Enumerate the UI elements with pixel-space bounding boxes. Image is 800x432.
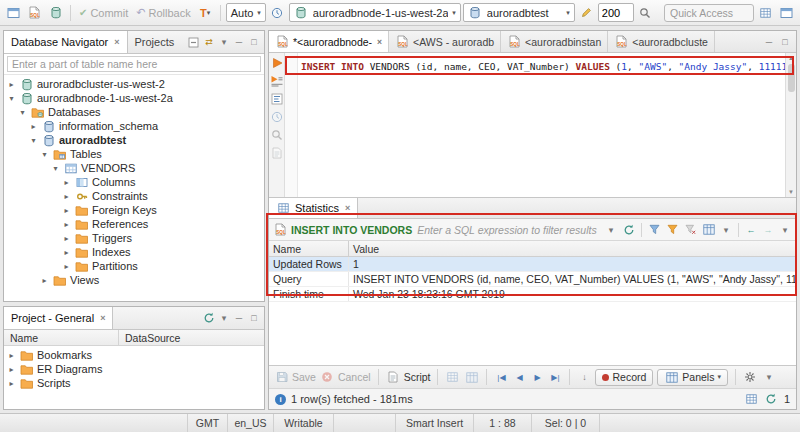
record-button[interactable]: Record	[595, 369, 653, 386]
close-icon[interactable]: ×	[345, 203, 350, 213]
tree-item-triggers[interactable]: ▸Triggers	[4, 231, 264, 245]
close-icon[interactable]: ×	[114, 37, 119, 47]
close-icon[interactable]: ×	[100, 313, 105, 323]
status-timezone[interactable]: GMT	[188, 414, 228, 432]
tree-item-columns[interactable]: ▸Columns	[4, 175, 264, 189]
editor-scrollbar[interactable]: ▲ ▼	[785, 53, 796, 197]
open-perspective-icon[interactable]	[756, 3, 775, 22]
chevron-down-icon[interactable]: ▾	[719, 225, 733, 235]
tab-projects[interactable]: Projects	[128, 31, 182, 53]
transaction-menu-icon[interactable]: T▾	[196, 3, 215, 22]
output-log-icon[interactable]	[269, 146, 284, 160]
database-combo[interactable]: auroradbtest▾	[463, 3, 575, 22]
expand-arrow-icon[interactable]: ▸	[7, 379, 16, 388]
expand-arrow-icon[interactable]: ▸	[62, 262, 71, 271]
grid-view-icon[interactable]	[445, 370, 460, 384]
status-cursor-position[interactable]: 1 : 88	[474, 414, 532, 432]
scrollbar-thumb[interactable]	[788, 64, 795, 92]
collapse-arrow-icon[interactable]: ▾	[29, 136, 38, 145]
quick-access-input[interactable]	[664, 4, 754, 22]
editor-tab[interactable]: SQL<AWS - auroradb	[389, 31, 501, 52]
expand-arrow-icon[interactable]: ▸	[29, 122, 38, 131]
record-view-icon[interactable]	[464, 370, 479, 384]
close-icon[interactable]: ×	[377, 37, 382, 47]
tree-item-auroradbnode-1-us-west-2a[interactable]: ▾auroradbnode-1-us-west-2a	[4, 91, 264, 105]
chevron-down-icon[interactable]: ▾	[778, 225, 792, 235]
fetch-size-input[interactable]	[598, 3, 634, 22]
column-header-name[interactable]: Name	[4, 330, 119, 345]
stat-name-cell[interactable]: Finish time	[269, 287, 349, 301]
expand-arrow-icon[interactable]: ▸	[7, 80, 16, 89]
perspective-icon[interactable]	[777, 3, 796, 22]
collapse-arrow-icon[interactable]: ▾	[51, 164, 60, 173]
status-locale[interactable]: en_US	[228, 414, 274, 432]
query-history-icon[interactable]	[269, 110, 284, 124]
tree-item-views[interactable]: ▸Views	[4, 273, 264, 287]
collapse-arrow-icon[interactable]: ▾	[7, 94, 16, 103]
filter-save-icon[interactable]	[647, 223, 662, 237]
tree-item-constraints[interactable]: ▸Constraints	[4, 189, 264, 203]
expand-arrow-icon[interactable]: ▸	[7, 365, 16, 374]
scroll-down-icon[interactable]: ▼	[788, 187, 794, 197]
link-editor-icon[interactable]: ⇄	[202, 37, 216, 47]
gear-icon[interactable]	[743, 370, 758, 384]
tree-item-databases[interactable]: ▾Databases	[4, 105, 264, 119]
table-row[interactable]: Updated Rows1	[269, 257, 796, 272]
connection-combo[interactable]: auroradbnode-1-us-west-2a▾	[289, 3, 461, 22]
scroll-up-icon[interactable]: ▲	[788, 53, 794, 63]
tree-item-tables[interactable]: ▾Tables	[4, 147, 264, 161]
editor-tab[interactable]: SQL<auroradbinstan	[501, 31, 608, 52]
search-icon[interactable]	[636, 3, 655, 22]
expand-arrow-icon[interactable]: ▸	[7, 351, 16, 360]
column-header-value[interactable]: Value	[349, 241, 796, 256]
expand-arrow-icon[interactable]: ▸	[62, 178, 71, 187]
new-connection-icon[interactable]	[46, 3, 65, 22]
result-filter-input[interactable]	[415, 223, 601, 237]
project-item-scripts[interactable]: ▸Scripts	[4, 376, 264, 390]
save-button[interactable]: Save	[274, 370, 316, 384]
back-icon[interactable]: ←	[744, 225, 758, 235]
column-header-name[interactable]: Name	[269, 241, 349, 256]
tab-project-general[interactable]: Project - General ×	[4, 307, 113, 329]
tree-item-partitions[interactable]: ▸Partitions	[4, 259, 264, 273]
filter-clear-icon[interactable]	[683, 223, 698, 237]
cancel-button[interactable]: Cancel	[320, 370, 371, 384]
expand-arrow-icon[interactable]: ▸	[62, 192, 71, 201]
stat-value-cell[interactable]: 1	[349, 257, 796, 271]
editor-code-area[interactable]: INSERT INTO VENDORS (id, name, CEO, VAT_…	[298, 53, 785, 197]
expand-arrow-icon[interactable]: ▸	[62, 248, 71, 257]
explain-plan-icon[interactable]	[269, 92, 284, 106]
project-item-er-diagrams[interactable]: ▸ER Diagrams	[4, 362, 264, 376]
view-menu-icon[interactable]: ▾	[217, 313, 231, 323]
chevron-down-icon[interactable]: ▾	[762, 372, 776, 382]
status-selection[interactable]: Sel: 0 | 0	[532, 414, 600, 432]
stat-value-cell[interactable]: INSERT INTO VENDORS (id, name, CEO, VAT_…	[349, 272, 796, 286]
maximize-icon[interactable]: □	[247, 313, 261, 323]
find-icon[interactable]	[269, 128, 284, 142]
first-row-icon[interactable]: |◀	[494, 373, 508, 382]
execute-statement-icon[interactable]	[269, 56, 284, 70]
refresh-icon[interactable]	[201, 311, 216, 325]
table-row[interactable]: QueryINSERT INTO VENDORS (id, name, CEO,…	[269, 272, 796, 287]
expand-arrow-icon[interactable]: ▸	[40, 276, 49, 285]
tree-item-auroradbtest[interactable]: ▾auroradbtest	[4, 133, 264, 147]
minimize-icon[interactable]: ─	[232, 313, 246, 323]
tree-item-information-schema[interactable]: ▸information_schema	[4, 119, 264, 133]
tree-item-indexes[interactable]: ▸Indexes	[4, 245, 264, 259]
column-header-datasource[interactable]: DataSource	[119, 330, 186, 345]
editor-tab[interactable]: SQL<auroradbcluste	[608, 31, 715, 52]
tree-item-foreign-keys[interactable]: ▸Foreign Keys	[4, 203, 264, 217]
status-writable[interactable]: Writable	[274, 414, 334, 432]
expand-arrow-icon[interactable]: ▸	[62, 234, 71, 243]
grid-settings-icon[interactable]	[701, 223, 716, 237]
stat-value-cell[interactable]: Wed Jan 23 18:23:16 GMT 2019	[349, 287, 796, 301]
edit-icon[interactable]	[577, 3, 596, 22]
tab-database-navigator[interactable]: Database Navigator ×	[4, 31, 128, 53]
collapse-arrow-icon[interactable]: ▾	[18, 108, 27, 117]
stat-name-cell[interactable]: Query	[269, 272, 349, 286]
transaction-monitor-icon[interactable]	[268, 3, 287, 22]
view-menu-icon[interactable]: ▾	[217, 37, 231, 47]
panels-button[interactable]: Panels▾	[657, 369, 728, 386]
tree-item-vendors[interactable]: ▾VENDORS	[4, 161, 264, 175]
maximize-icon[interactable]: □	[778, 37, 792, 47]
